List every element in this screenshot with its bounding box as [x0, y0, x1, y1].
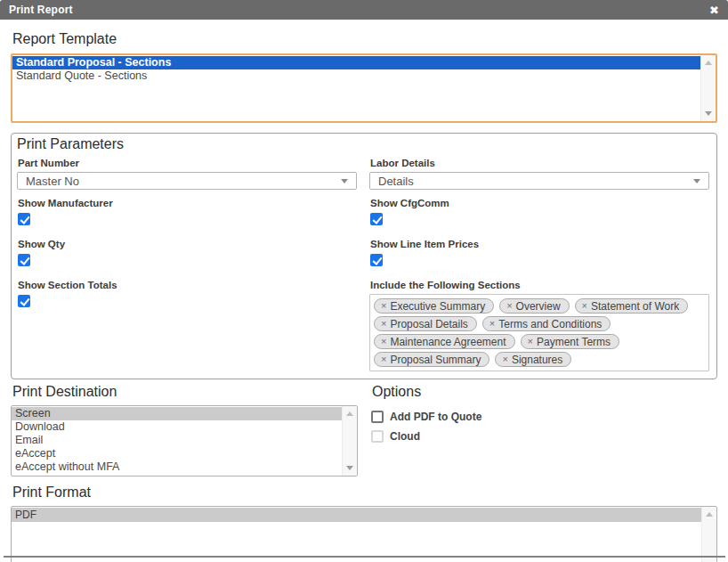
show-line-item-prices-label: Show Line Item Prices	[370, 239, 709, 250]
tag-remove-icon[interactable]: ×	[506, 301, 512, 311]
scroll-down-icon[interactable]	[343, 461, 357, 475]
section-tag[interactable]: ×Executive Summary	[374, 298, 494, 314]
print-parameters-box: Print Parameters Part Number Master No S…	[11, 133, 717, 379]
show-manufacturer-checkbox[interactable]	[18, 213, 30, 225]
report-template-option[interactable]: Standard Proposal - Sections	[12, 56, 700, 69]
show-qty-checkbox[interactable]	[18, 254, 30, 266]
show-manufacturer-label: Show Manufacturer	[18, 198, 357, 209]
section-tag[interactable]: ×Overview	[499, 298, 569, 314]
print-report-dialog: Print Report ✖ Report Template Standard …	[0, 0, 728, 562]
section-tag[interactable]: ×Maintenance Agreement	[374, 334, 515, 349]
report-template-listbox: Standard Proposal - Sections Standard Qu…	[11, 53, 717, 123]
print-destination-scrollbar	[342, 406, 357, 476]
include-sections-box: ×Executive Summary ×Overview ×Statement …	[369, 294, 709, 371]
section-tag-label: Proposal Details	[390, 318, 467, 330]
options-heading: Options	[372, 384, 717, 400]
tag-remove-icon[interactable]: ×	[381, 319, 386, 329]
show-line-item-prices-checkbox[interactable]	[370, 254, 383, 266]
tag-remove-icon[interactable]: ×	[582, 301, 587, 311]
show-cfgcomm-label: Show CfgComm	[370, 198, 709, 209]
print-format-listbox: PDF	[11, 506, 717, 562]
tag-remove-icon[interactable]: ×	[381, 354, 386, 364]
part-number-label: Part Number	[18, 158, 357, 169]
add-pdf-to-quote-label: Add PDF to Quote	[390, 411, 481, 423]
section-tag-label: Executive Summary	[390, 300, 485, 313]
scroll-up-icon[interactable]	[702, 508, 716, 521]
part-number-select[interactable]: Master No	[17, 172, 357, 190]
print-destination-heading: Print Destination	[12, 384, 358, 400]
print-format-scrollbar	[701, 507, 716, 562]
tag-remove-icon[interactable]: ×	[489, 319, 495, 329]
show-cfgcomm-checkbox[interactable]	[370, 213, 383, 225]
tag-remove-icon[interactable]: ×	[502, 354, 507, 364]
section-tag-label: Maintenance Agreement	[390, 336, 506, 348]
print-destination-option[interactable]: eAccept without MFA	[12, 460, 342, 474]
labor-details-select[interactable]: Details	[369, 172, 709, 190]
section-tag-label: Proposal Summary	[390, 354, 481, 366]
section-tag-label: Statement of Work	[591, 300, 679, 313]
print-parameters-heading: Print Parameters	[17, 136, 709, 152]
chevron-down-icon	[341, 179, 348, 183]
print-destination-listbox: Screen Download Email eAccept eAccept wi…	[11, 405, 358, 476]
tag-remove-icon[interactable]: ×	[528, 337, 533, 346]
include-sections-label: Include the Following Sections	[370, 280, 709, 291]
section-tag-label: Payment Terms	[537, 336, 611, 348]
report-template-heading: Report Template	[12, 31, 717, 47]
section-tag[interactable]: ×Proposal Details	[374, 316, 477, 331]
section-tag-label: Signatures	[512, 354, 562, 366]
section-tag[interactable]: ×Statement of Work	[575, 298, 689, 314]
tag-remove-icon[interactable]: ×	[381, 301, 386, 311]
section-tag[interactable]: ×Terms and Conditions	[482, 316, 611, 331]
report-template-option[interactable]: Standard Quote - Sections	[12, 69, 700, 83]
cloud-checkbox[interactable]	[371, 430, 384, 443]
show-section-totals-label: Show Section Totals	[18, 280, 357, 291]
print-format-option[interactable]: PDF	[12, 508, 701, 522]
add-pdf-to-quote-checkbox[interactable]	[371, 411, 384, 423]
print-destination-option[interactable]: eAccept	[12, 447, 342, 460]
scroll-down-icon[interactable]	[701, 107, 716, 120]
section-tag-label: Terms and Conditions	[498, 318, 602, 330]
print-destination-option[interactable]: Screen	[12, 407, 342, 420]
print-parameters-right-column: Labor Details Details Show CfgComm Show …	[369, 158, 709, 371]
print-format-heading: Print Format	[12, 485, 717, 501]
print-destination-section: Print Destination Screen Download Email …	[11, 382, 358, 476]
dialog-bottom-border	[4, 556, 725, 558]
print-parameters-left-column: Part Number Master No Show Manufacturer …	[17, 158, 357, 371]
cloud-label: Cloud	[390, 430, 420, 443]
report-template-scrollbar	[700, 55, 716, 121]
tag-remove-icon[interactable]: ×	[381, 337, 386, 346]
section-tag[interactable]: ×Signatures	[495, 352, 571, 367]
options-section: Options Add PDF to Quote Cloud	[370, 382, 717, 476]
dialog-titlebar: Print Report ✖	[0, 0, 728, 20]
dialog-content: Report Template Standard Proposal - Sect…	[0, 31, 728, 562]
section-tag-label: Overview	[516, 300, 561, 313]
close-icon[interactable]: ✖	[709, 4, 719, 16]
section-tag[interactable]: ×Payment Terms	[521, 334, 620, 349]
labor-details-label: Labor Details	[370, 158, 709, 169]
chevron-down-icon	[693, 179, 700, 183]
labor-details-value: Details	[378, 175, 414, 188]
print-destination-option[interactable]: Download	[12, 420, 342, 434]
scroll-up-icon[interactable]	[343, 407, 357, 420]
part-number-value: Master No	[26, 175, 79, 188]
print-destination-option[interactable]: Email	[12, 434, 342, 447]
dialog-title: Print Report	[9, 4, 73, 16]
scroll-up-icon[interactable]	[701, 56, 716, 69]
show-section-totals-checkbox[interactable]	[18, 295, 30, 307]
show-qty-label: Show Qty	[18, 239, 357, 250]
section-tag[interactable]: ×Proposal Summary	[374, 352, 489, 367]
